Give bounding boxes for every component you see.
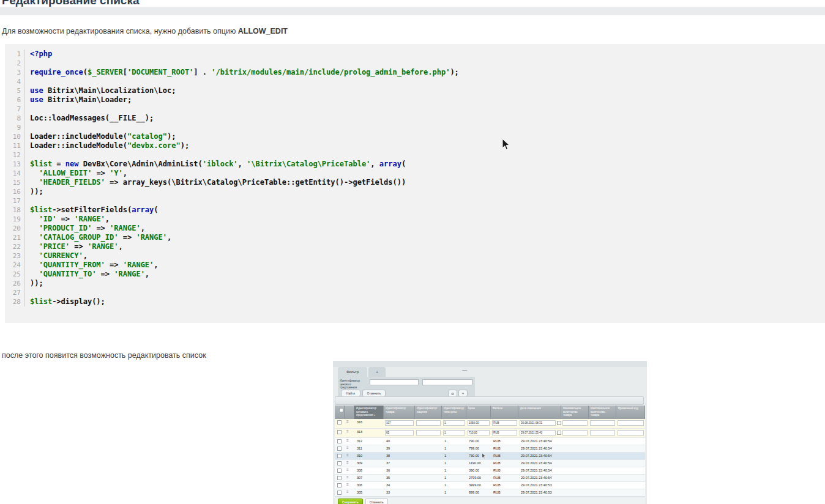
row-cell: 1 — [442, 438, 466, 445]
row-cell: 790.00 — [466, 438, 491, 445]
row-cell — [561, 438, 589, 445]
row-checkbox — [337, 469, 342, 473]
table-row: ≡313 — [335, 429, 645, 438]
row-id: 309 — [354, 460, 384, 467]
code-line: 12 — [5, 150, 825, 160]
code-line: 2 — [5, 59, 825, 68]
code-line: 22 'PRICE' => 'RANGE', — [5, 242, 825, 251]
row-cell: 29.07.2021 23:40:54 — [518, 467, 561, 474]
row-id: 308 — [354, 467, 384, 474]
row-id: 316 — [354, 419, 384, 428]
filter-input-from — [370, 379, 419, 385]
editable-cell-input — [385, 420, 414, 426]
editable-cell-input — [618, 420, 644, 426]
table-row: ≡3073512799.00RUB29.07.2021 23:40:54 — [335, 475, 645, 482]
editable-cell-input — [520, 420, 556, 426]
row-cell: RUB — [491, 453, 518, 459]
row-cell: 1 — [442, 482, 466, 489]
column-header: Идентификатор наценки — [415, 406, 442, 419]
row-cell — [616, 467, 645, 474]
list-toolbar — [335, 396, 644, 405]
page-title: Редактирование списка — [2, 0, 139, 7]
row-cell: 33 — [384, 489, 415, 496]
row-menu-icon: ≡ — [345, 489, 354, 496]
code-line: 15 'HEADER_FIELDS' => array_keys(\Bitrix… — [5, 178, 825, 187]
code-line: 9 — [5, 123, 825, 132]
row-cell: 29.07.2021 23:40:54 — [518, 475, 561, 481]
row-cell — [589, 453, 616, 459]
column-header: Временный код — [616, 406, 645, 419]
row-cell: 29.07.2021 23:40:54 — [518, 438, 561, 445]
php-code-block: 1<?php23require_once($_SERVER['DOCUMENT_… — [5, 44, 825, 323]
row-cell — [415, 482, 442, 489]
row-cell: 3499.00 — [466, 482, 491, 489]
row-menu-icon: ≡ — [345, 482, 354, 489]
row-cell — [561, 482, 589, 489]
row-cell: RUB — [491, 489, 518, 496]
editable-cell-input — [443, 430, 465, 435]
calendar-icon — [557, 431, 561, 435]
column-header: Идентификатор типа цены — [442, 406, 466, 419]
row-cell — [415, 445, 442, 452]
row-cell: RUB — [491, 438, 518, 445]
row-cell — [561, 475, 589, 481]
column-header: Минимальное количество товара — [561, 406, 589, 419]
after-code-paragraph: после этого появится возможность редакти… — [2, 351, 206, 360]
row-menu-icon: ≡ — [345, 429, 354, 437]
admin-list-screenshot[interactable]: Фильтр + — Идентификатор ценового предло… — [333, 361, 647, 504]
row-cell: 29.07.2021 23:40:54 — [518, 445, 561, 452]
row-cell: 730.00 — [466, 453, 491, 459]
column-header: Максимальное количество товара — [589, 406, 616, 419]
row-cell: RUB — [491, 460, 518, 467]
code-line: 11Loader::includeModule("devbx.core"); — [5, 141, 825, 150]
cancel-button: Отменить — [365, 498, 388, 504]
filter-input-to — [422, 379, 472, 385]
code-line: 3require_once($_SERVER['DOCUMENT_ROOT'] … — [5, 68, 825, 77]
column-header: Идентификатор ценового предложения ▾ — [354, 406, 384, 419]
code-line: 24 'QUANTITY_FROM' => 'RANGE', — [5, 261, 825, 270]
code-line: 14 'ALLOW_EDIT' => 'Y', — [5, 169, 825, 178]
row-checkbox — [337, 483, 342, 487]
admin-topbar — [333, 361, 647, 367]
row-cell — [561, 445, 589, 452]
code-line: 16)); — [5, 187, 825, 196]
price-list-grid: Идентификатор ценового предложения ▾Иден… — [335, 406, 645, 504]
row-cell: 1 — [442, 445, 466, 452]
editable-cell-input — [520, 430, 556, 435]
title-divider-strip — [0, 7, 825, 15]
grid-footer: Сохранить Отменить — [335, 497, 645, 504]
code-line: 8Loc::loadMessages(__FILE__); — [5, 114, 825, 123]
row-id: 310 — [354, 453, 384, 459]
grid-header-row: Идентификатор ценового предложения ▾Иден… — [335, 406, 645, 419]
code-line: 25 'QUANTITY_TO' => 'RANGE', — [5, 270, 825, 279]
row-cell — [561, 467, 589, 474]
row-menu-icon: ≡ — [345, 453, 354, 459]
row-menu-icon: ≡ — [345, 445, 354, 452]
filter-minimize-icon: — — [461, 367, 468, 373]
row-cell — [616, 460, 645, 467]
editable-cell-input — [562, 430, 588, 435]
editable-cell-input — [590, 430, 615, 435]
code-line: 28$list->display(); — [5, 297, 825, 306]
row-cell — [616, 489, 645, 496]
row-cell: 40 — [384, 438, 415, 445]
row-checkbox — [337, 476, 342, 480]
row-cell: 1 — [442, 489, 466, 496]
row-menu-icon: ≡ — [345, 467, 354, 474]
row-cell: 29.07.2021 23:40:54 — [518, 460, 561, 467]
row-cell — [616, 438, 645, 445]
code-line: 26)); — [5, 279, 825, 288]
row-cell — [415, 467, 442, 474]
table-row: ≡305331899.00RUB29.07.2021 23:40:53 — [335, 489, 645, 497]
row-cell — [415, 489, 442, 496]
row-cell: RUB — [491, 445, 518, 452]
column-header: Цена — [466, 406, 491, 419]
row-id: 311 — [354, 445, 384, 452]
row-cell: RUB — [491, 482, 518, 489]
row-checkbox — [337, 454, 342, 458]
code-line: 5use Bitrix\Main\Localization\Loc; — [5, 86, 825, 95]
editable-cell-input — [590, 420, 615, 426]
row-cell: 39 — [384, 445, 415, 452]
column-header: Идентификатор товара — [384, 406, 415, 419]
row-cell — [616, 453, 645, 459]
